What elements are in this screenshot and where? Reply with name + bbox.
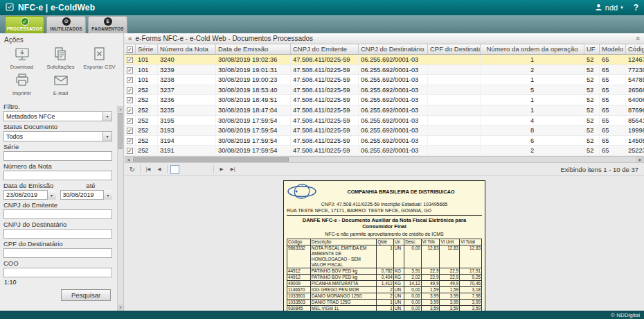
- page-number[interactable]: [191, 165, 200, 174]
- user-menu[interactable]: ndd ▾: [595, 3, 623, 12]
- row-checkbox[interactable]: ✓: [125, 85, 136, 95]
- item-vlunit: 22,9: [440, 268, 460, 274]
- cell-serie: 252: [136, 85, 158, 95]
- numero-nota-input[interactable]: [3, 171, 112, 180]
- chevron-down-icon[interactable]: ▾: [47, 190, 56, 200]
- row-checkbox[interactable]: ✓: [125, 105, 136, 115]
- table-row[interactable]: ✓ 252 3195 30/08/2019 17:59:54 47.508.41…: [125, 116, 644, 126]
- cell-serie: 252: [136, 136, 158, 146]
- scrollbar-thumb[interactable]: [133, 157, 289, 162]
- check-icon: ✓: [127, 77, 133, 83]
- download-button[interactable]: Download: [5, 46, 39, 70]
- row-checkbox[interactable]: ✓: [125, 65, 136, 75]
- table-row[interactable]: ✓ 252 3194 30/08/2019 17:59:54 47.508.41…: [125, 136, 644, 146]
- table-row[interactable]: ✓ 252 3236 30/08/2019 18:49:51 47.508.41…: [125, 95, 644, 105]
- horizontal-scrollbar[interactable]: ◀ ▶: [125, 156, 644, 163]
- table-row[interactable]: ✓ 252 3193 30/08/2019 17:59:54 47.508.41…: [125, 126, 644, 136]
- cell-cnpj-destinatario: 06.255.692/0001-03: [359, 146, 428, 155]
- cell-data-emissao: 30/08/2019 17:59:54: [216, 126, 291, 135]
- check-icon: ✓: [127, 138, 133, 144]
- scrollbar-track[interactable]: [132, 157, 636, 162]
- cnpj-emitente-input[interactable]: [3, 209, 112, 219]
- cell-codigo: 26566: [626, 85, 644, 95]
- tab-processados[interactable]: ✓ PROCESSADOS: [5, 16, 44, 33]
- table-row[interactable]: ✓ 101 3238 30/08/2019 19:00:23 47.508.41…: [125, 75, 644, 85]
- row-checkbox[interactable]: ✓: [125, 75, 136, 85]
- table-row[interactable]: ✓ 252 3191 30/08/2019 17:59:54 47.508.41…: [125, 146, 644, 156]
- scroll-down-icon[interactable]: ▼: [118, 304, 123, 311]
- table-row[interactable]: ✓ 252 3237 30/08/2019 18:53:40 47.508.41…: [125, 85, 644, 96]
- column-header-data-emissao[interactable]: Data de Emissão: [216, 44, 291, 54]
- table-header: ✓ Série Número da Nota Data de Emissão C…: [125, 44, 644, 55]
- status-select[interactable]: Todos ▾: [3, 131, 112, 141]
- envelope-icon: [52, 73, 70, 89]
- sidebar-scrollbar[interactable]: ▲ ▼: [117, 106, 123, 311]
- tab-pagamentos[interactable]: $ PAGAMENTOS: [88, 16, 127, 33]
- row-checkbox[interactable]: ✓: [125, 146, 136, 155]
- imprimir-button[interactable]: Imprimir: [5, 73, 39, 96]
- page-number[interactable]: [170, 165, 179, 174]
- column-header-codigo[interactable]: Código: [626, 44, 644, 54]
- row-checkbox[interactable]: ✓: [125, 136, 136, 146]
- collapse-panel-icon[interactable]: «: [635, 37, 643, 41]
- danfe-items-table: Código Descrição Qtde Un Desc Vl Trib Vl…: [287, 239, 482, 311]
- table-row[interactable]: ✓ 252 3235 30/08/2019 18:47:04 47.508.41…: [125, 105, 644, 116]
- column-header-serie[interactable]: Série: [136, 44, 158, 54]
- item-codigo: 930845: [287, 305, 311, 311]
- serie-input[interactable]: [3, 151, 112, 161]
- tab-inutilizados[interactable]: ⊘ INUTILIZADOS: [46, 16, 86, 33]
- scrollbar-thumb[interactable]: [118, 113, 123, 149]
- row-checkbox[interactable]: ✓: [125, 95, 136, 105]
- column-header-ordem[interactable]: Número da ordem da operação: [481, 44, 584, 54]
- next-page-button[interactable]: ▶: [217, 164, 226, 174]
- email-button[interactable]: E-mail: [44, 73, 78, 96]
- table-row[interactable]: ✓ 101 3240 30/08/2019 19:02:36 47.508.41…: [125, 55, 644, 65]
- first-page-button[interactable]: |◀: [143, 164, 153, 174]
- exportar-csv-button[interactable]: Exportar CSV: [82, 46, 116, 70]
- select-all-checkbox[interactable]: ✓: [125, 44, 136, 54]
- danfe-item-row: 44912 PATINHO BOV PED kg 0,782 KG 3,91 2…: [287, 268, 482, 274]
- coo-input[interactable]: [3, 268, 112, 277]
- page-number[interactable]: [202, 165, 211, 174]
- cell-serie: 101: [136, 65, 158, 75]
- last-page-button[interactable]: ▶|: [228, 164, 238, 174]
- help-button[interactable]: ?: [634, 3, 638, 12]
- column-header-cpf-destinatario[interactable]: CPF do Destinatário: [428, 44, 481, 54]
- prev-page-button[interactable]: ◀: [154, 164, 164, 174]
- collapse-sidebar-icon[interactable]: «: [128, 35, 132, 42]
- row-checkbox[interactable]: ✓: [125, 55, 136, 64]
- cell-ordem: 1: [481, 75, 584, 85]
- cell-cpf-destinatario: [428, 136, 481, 146]
- item-desc: 0,00: [404, 286, 422, 293]
- cell-cpf-destinatario: [428, 146, 481, 155]
- scroll-left-icon[interactable]: ◀: [125, 157, 132, 162]
- table-row[interactable]: ✓ 101 3239 30/08/2019 19:01:31 47.508.41…: [125, 65, 644, 76]
- column-header-numero[interactable]: Número da Nota: [158, 44, 216, 54]
- column-header-uf[interactable]: UF: [584, 44, 600, 54]
- chevron-down-icon[interactable]: ▾: [103, 190, 112, 200]
- cnpj-destinatario-input[interactable]: [3, 229, 112, 239]
- column-header-cnpj-destinatario[interactable]: CNPJ do Destinatário: [359, 44, 428, 54]
- scroll-right-icon[interactable]: ▶: [636, 157, 644, 162]
- item-vltotal: 9,25: [460, 274, 482, 280]
- row-checkbox[interactable]: ✓: [125, 126, 136, 135]
- pesquisar-button[interactable]: Pesquisar: [61, 289, 111, 301]
- scroll-up-icon[interactable]: ▲: [118, 106, 123, 112]
- cell-serie: 252: [136, 126, 158, 135]
- status-label: Status Documento: [3, 123, 112, 130]
- column-header-modelo[interactable]: Modelo: [600, 44, 626, 54]
- check-icon: ✓: [127, 107, 133, 114]
- danfe-col-vltotal: Vl Total: [460, 239, 482, 245]
- row-checkbox[interactable]: ✓: [125, 116, 136, 126]
- page-number[interactable]: [181, 165, 190, 174]
- cell-codigo: 87696: [626, 105, 644, 115]
- cpf-destinatario-input[interactable]: [3, 248, 112, 258]
- refresh-button[interactable]: ↻: [127, 164, 137, 174]
- column-header-cnpj-emitente[interactable]: CNPJ do Emitente: [291, 44, 359, 54]
- item-vltrib: 3,99: [421, 293, 440, 299]
- metadata-filter-select[interactable]: Metadados NFCe ▾: [3, 111, 112, 121]
- solicitacoes-button[interactable]: Solicitações: [44, 46, 78, 70]
- cell-ordem: 5: [481, 85, 584, 95]
- cell-ordem: 6: [481, 136, 584, 146]
- item-desc: 14,12: [404, 280, 422, 286]
